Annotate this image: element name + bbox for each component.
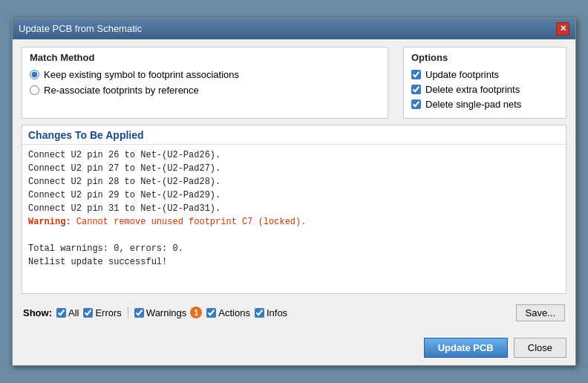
filter-actions-label: Actions	[218, 307, 250, 318]
close-dialog-button[interactable]: Close	[514, 338, 566, 358]
filter-all-label: All	[68, 307, 79, 318]
radio-keep-existing[interactable]	[30, 70, 39, 79]
match-method-group: Match Method Keep existing symbol to foo…	[22, 47, 388, 119]
filter-errors: Errors	[83, 307, 121, 318]
top-section: Match Method Keep existing symbol to foo…	[22, 47, 566, 119]
dialog-body: Match Method Keep existing symbol to foo…	[13, 39, 575, 333]
filter-separator-1	[128, 307, 128, 318]
close-button[interactable]: ✕	[556, 22, 569, 36]
filter-actions: Actions	[206, 307, 250, 318]
checkbox-filter-all[interactable]	[56, 308, 66, 318]
title-bar: Update PCB from Schematic ✕	[13, 19, 575, 39]
changes-section: Changes To Be Applied Connect U2 pin 26 …	[22, 125, 566, 294]
save-button[interactable]: Save...	[516, 304, 565, 321]
radio-reassociate-label: Re-associate footprints by reference	[44, 85, 199, 96]
radio-item-keep: Keep existing symbol to footprint associ…	[30, 69, 380, 80]
checkbox-filter-actions[interactable]	[206, 308, 216, 318]
checkbox-item-delete-extra: Delete extra footprints	[411, 84, 558, 95]
filter-bar: Show: All Errors Warnings 1 Actions	[22, 300, 566, 326]
filter-infos-label: Infos	[267, 307, 287, 318]
radio-reassociate[interactable]	[30, 85, 39, 95]
changes-log[interactable]: Connect U2 pin 26 to Net-(U2-Pad26).Conn…	[22, 145, 566, 293]
radio-keep-existing-label: Keep existing symbol to footprint associ…	[44, 69, 239, 80]
filter-infos: Infos	[255, 307, 287, 318]
filter-all: All	[56, 307, 79, 318]
checkbox-update-footprints[interactable]	[411, 70, 421, 79]
checkbox-item-update-footprints: Update footprints	[411, 69, 558, 80]
checkbox-filter-infos[interactable]	[255, 308, 264, 318]
changes-title: Changes To Be Applied	[22, 125, 566, 145]
checkbox-delete-extra-footprints[interactable]	[411, 85, 421, 94]
dialog-title: Update PCB from Schematic	[19, 23, 142, 34]
checkbox-delete-extra-label: Delete extra footprints	[425, 84, 520, 95]
options-title: Options	[411, 52, 558, 63]
dialog-window: Update PCB from Schematic ✕ Match Method…	[12, 18, 576, 366]
checkbox-item-delete-single-pad: Delete single-pad nets	[411, 99, 558, 110]
match-method-title: Match Method	[30, 52, 380, 63]
checkbox-delete-single-pad-nets[interactable]	[411, 99, 421, 109]
checkbox-delete-single-pad-label: Delete single-pad nets	[425, 99, 521, 110]
show-label: Show:	[23, 307, 52, 318]
warnings-badge: 1	[190, 307, 202, 318]
bottom-bar: Update PCB Close	[13, 333, 575, 365]
options-group: Options Update footprints Delete extra f…	[403, 47, 566, 119]
filter-warnings: Warnings 1	[134, 307, 202, 318]
checkbox-filter-warnings[interactable]	[134, 308, 144, 318]
filter-errors-label: Errors	[95, 307, 121, 318]
update-pcb-button[interactable]: Update PCB	[424, 338, 508, 358]
radio-item-reassociate: Re-associate footprints by reference	[30, 85, 380, 96]
checkbox-update-footprints-label: Update footprints	[425, 69, 499, 80]
checkbox-filter-errors[interactable]	[83, 308, 93, 318]
filter-warnings-label: Warnings	[146, 307, 186, 318]
